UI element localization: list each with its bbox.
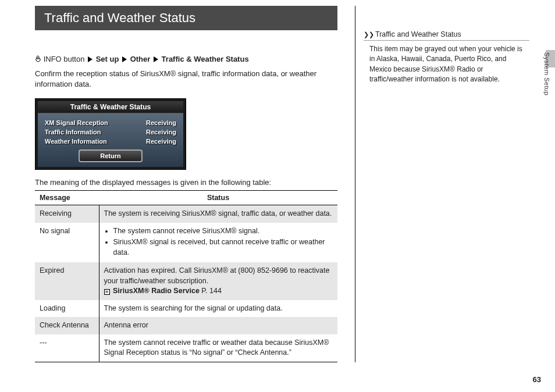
device-screenshot: Traffic & Weather Status XM Signal Recep…: [35, 98, 186, 170]
col-header-status: Status: [99, 191, 337, 205]
table-row: Receiving The system is receiving Sirius…: [35, 205, 337, 223]
screenshot-title: Traffic & Weather Status: [38, 101, 183, 113]
screenshot-row: Traffic Information Receiving: [45, 129, 176, 136]
sidebar-note: This item may be grayed out when your ve…: [364, 41, 529, 85]
table-row: No signal The system cannot receive Siri…: [35, 223, 337, 263]
table-row: --- The system cannot receive traffic or…: [35, 334, 337, 362]
table-row: Loading The system is searching for the …: [35, 300, 337, 318]
screenshot-row: XM Signal Reception Receiving: [45, 119, 176, 126]
breadcrumb: INFO button Set up Other Traffic & Weath…: [35, 54, 337, 65]
breadcrumb-prefix: INFO button: [44, 55, 85, 63]
page-title: Traffic and Weather Status: [35, 6, 337, 30]
intro-text: Confirm the reception status of SiriusXM…: [35, 69, 337, 91]
chevron-right-icon: [122, 56, 127, 62]
reference-icon: »: [104, 289, 110, 295]
double-chevron-icon: ❯❯: [364, 31, 374, 38]
breadcrumb-step: Traffic & Weather Status: [162, 55, 249, 63]
breadcrumb-step: Other: [130, 55, 151, 63]
cross-reference: SiriusXM® Radio Service: [113, 287, 200, 295]
message-status-table: Message Status Receiving The system is r…: [35, 190, 337, 362]
col-header-message: Message: [35, 191, 99, 205]
hand-icon: [35, 55, 41, 63]
table-row: Expired Activation has expired. Call Sir…: [35, 262, 337, 300]
table-row: Check Antenna Antenna error: [35, 317, 337, 334]
chevron-right-icon: [154, 56, 158, 62]
breadcrumb-step: Set up: [96, 55, 119, 63]
chevron-right-icon: [88, 56, 92, 62]
table-caption: The meaning of the displayed messages is…: [35, 178, 337, 187]
screenshot-return-button: Return: [79, 149, 143, 162]
screenshot-row: Weather Information Receiving: [45, 138, 176, 145]
section-tab-label: System Setup: [543, 52, 550, 95]
page-number: 63: [533, 375, 541, 384]
sidebar-heading: ❯❯Traffic and Weather Status: [364, 30, 529, 41]
